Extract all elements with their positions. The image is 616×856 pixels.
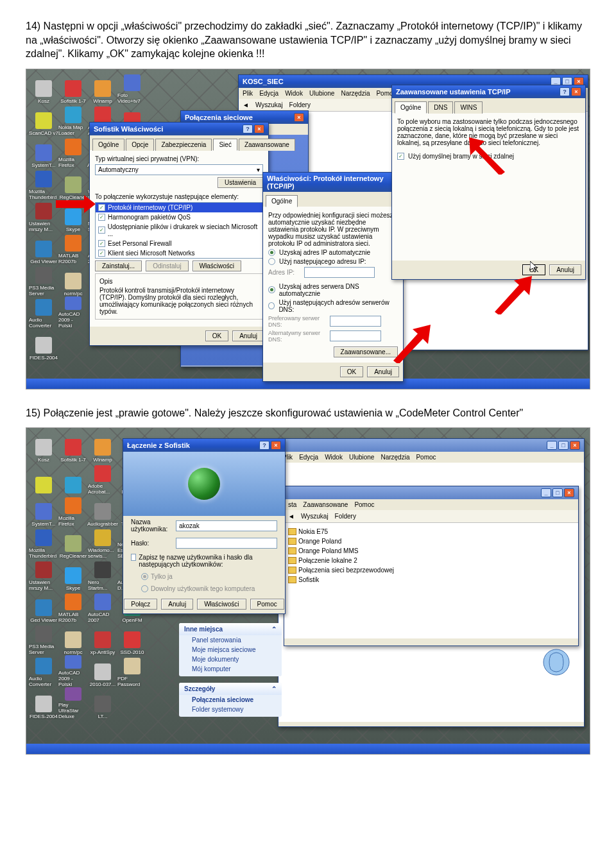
checkbox-icon[interactable]: ✓	[98, 204, 105, 211]
folder-item[interactable]: Orange Poland	[288, 536, 574, 546]
tab-ogólne[interactable]: Ogólne	[395, 101, 427, 114]
save-credentials-checkbox[interactable]	[131, 554, 136, 561]
desktop-icon[interactable]: PS3 Media Server	[29, 623, 58, 655]
desktop-icon[interactable]: SSD-2010	[117, 623, 147, 655]
list-item[interactable]: ✓Protokół internetowy (TCP/IP)	[96, 203, 262, 212]
menu-item[interactable]: Ulubione	[309, 90, 334, 97]
password-input[interactable]	[176, 538, 277, 549]
ok-button[interactable]: OK	[340, 366, 363, 377]
menu-item[interactable]: Plik	[243, 90, 253, 97]
checkbox-icon[interactable]: ✓	[98, 250, 105, 257]
desktop-icon[interactable]: Mozilla Firefox	[58, 495, 88, 527]
desktop-icon[interactable]: Ged Viewer	[29, 591, 58, 623]
desktop-icon[interactable]: norm/pc	[58, 623, 88, 655]
help-icon[interactable]: ?	[259, 441, 270, 450]
desktop-icon[interactable]: norm/pc	[58, 264, 88, 296]
radio-auto-ip[interactable]	[268, 249, 275, 256]
desktop-icon[interactable]: AutoCAD 2009 - Polski	[58, 655, 88, 687]
radio-manual-dns[interactable]	[268, 302, 275, 309]
desktop-icon[interactable]: Kosz	[29, 72, 58, 104]
desktop-icon[interactable]: LT...	[88, 687, 117, 719]
list-item[interactable]: ✓Udostępnianie plików i drukarek w sieci…	[96, 222, 262, 239]
folder-item[interactable]: Nokia E75	[288, 527, 574, 536]
tab-general[interactable]: Ogólne	[266, 195, 298, 207]
desktop-icon[interactable]: MATLAB R2007b	[58, 232, 88, 264]
close-icon[interactable]: ×	[571, 87, 581, 96]
desktop-icon[interactable]: Winamp	[88, 431, 117, 463]
desktop-icon[interactable]: Ustawien mrszy M...	[29, 200, 58, 232]
desktop-icon[interactable]: AutoCAD 2007	[88, 591, 117, 623]
desktop-icon[interactable]: SystemT...	[29, 136, 58, 168]
menu-item[interactable]: Edycja	[259, 90, 278, 97]
menu-item[interactable]: Edycja	[299, 454, 318, 461]
desktop-icon[interactable]: Winamp	[88, 72, 117, 104]
list-item[interactable]: ✓Harmonogram pakietów QoS	[96, 212, 262, 222]
folder-item[interactable]: Połączenie lokalne 2	[288, 556, 574, 565]
cancel-button[interactable]: Anuluj	[232, 330, 264, 341]
desktop-icon[interactable]: xp-AntiSpy	[88, 623, 117, 655]
list-item[interactable]: ✓Klient sieci Microsoft Networks	[96, 248, 262, 258]
desktop-icon[interactable]: Ustawien mrszy M...	[29, 559, 58, 591]
desktop-icon[interactable]: Sofistik 1-7	[58, 431, 88, 463]
folder-item[interactable]: Sofistik	[288, 575, 574, 585]
toolbar-back-icon[interactable]: ◄	[288, 513, 295, 520]
desktop-icon[interactable]: Wiadomo... serwis...	[88, 527, 117, 559]
desktop-icon[interactable]: PS3 Media Server	[29, 264, 58, 296]
desktop-icon[interactable]: ScanCAD v7	[29, 104, 58, 136]
desktop-icon[interactable]: Ged Viewer	[29, 232, 58, 264]
desktop-icon[interactable]: 2010-037...	[88, 655, 117, 687]
pomoc-button[interactable]: Pomoc	[250, 599, 284, 610]
desktop-icon[interactable]: Play UltraStar Deluxe	[58, 687, 88, 719]
właściwości-button[interactable]: Właściwości	[197, 599, 246, 610]
desktop-icon[interactable]: Audio Converter	[29, 655, 58, 687]
menu-item[interactable]: Narzędzia	[381, 454, 409, 461]
close-icon[interactable]: ×	[564, 488, 574, 497]
task-link[interactable]: Moje dokumenty	[179, 655, 282, 664]
tab-wins[interactable]: WINS	[454, 101, 483, 114]
toolbar-folders[interactable]: Foldery	[289, 101, 311, 108]
tab-ogólne[interactable]: Ogólne	[92, 139, 124, 151]
desktop-icon[interactable]: Kosz	[29, 431, 58, 463]
toolbar-back-icon[interactable]: ◄	[243, 101, 249, 108]
tab-sieć[interactable]: Sieć	[213, 139, 237, 151]
desktop-icon[interactable]: RegCleaner	[58, 527, 88, 559]
cancel-button[interactable]: Anuluj	[367, 366, 399, 377]
cancel-button[interactable]: Anuluj	[549, 264, 581, 275]
settings-button[interactable]: Ustawienia	[218, 177, 263, 188]
radio-manual-ip[interactable]	[268, 258, 275, 265]
folder-item[interactable]: Połączenia sieci bezprzewodowej	[288, 565, 574, 575]
tab-opcje[interactable]: Opcje	[126, 139, 154, 151]
menu-item[interactable]: Pomoc	[416, 454, 436, 461]
install-button[interactable]: Zainstaluj...	[95, 261, 142, 271]
task-link[interactable]: Moje miejsca sieciowe	[179, 645, 282, 655]
desktop-icon[interactable]: Foto Video+tv7	[117, 72, 147, 104]
use-default-gateway-checkbox[interactable]: ✓	[397, 153, 404, 160]
ok-button[interactable]: OK	[205, 330, 228, 341]
chevron-icon[interactable]: ⌃	[271, 626, 277, 633]
desktop-icon[interactable]	[29, 463, 58, 495]
menu-item[interactable]: Narzędzia	[341, 90, 370, 97]
desktop-icon[interactable]: AutoCAD 2009 - Polski	[58, 296, 88, 329]
toolbar-search[interactable]: Wyszukaj	[255, 101, 283, 108]
close-icon[interactable]: ×	[294, 113, 304, 122]
tab-zaawansowane[interactable]: Zaawansowane	[239, 139, 295, 151]
desktop-icon[interactable]: Sofistik 1-7	[58, 72, 88, 104]
desktop-icon[interactable]: SystemT...	[29, 495, 58, 527]
minimize-icon[interactable]: _	[547, 441, 557, 450]
menu-item[interactable]: Widok	[285, 90, 303, 97]
close-icon[interactable]: ×	[570, 441, 580, 450]
desktop-icon[interactable]: Mozilla Thunderbird	[29, 168, 58, 200]
components-list[interactable]: ✓Protokół internetowy (TCP/IP)✓Harmonogr…	[95, 202, 263, 259]
menu-item[interactable]: Ulubione	[349, 454, 374, 461]
desktop-icon[interactable]: Mozilla Firefox	[58, 136, 88, 168]
desktop-icon[interactable]: FIDES-2004	[29, 687, 58, 719]
checkbox-icon[interactable]: ✓	[98, 227, 105, 234]
tab-zabezpieczenia[interactable]: Zabezpieczenia	[155, 139, 212, 151]
checkbox-icon[interactable]: ✓	[98, 240, 105, 247]
desktop-icon[interactable]: Skype	[58, 559, 88, 591]
minimize-icon[interactable]: _	[541, 488, 551, 497]
chevron-icon[interactable]: ⌃	[271, 685, 277, 692]
close-icon[interactable]: ×	[271, 441, 281, 450]
desktop-icon[interactable]: Nokia Map Loader	[58, 104, 88, 136]
desktop-icon[interactable]: PDF Password	[117, 655, 147, 687]
